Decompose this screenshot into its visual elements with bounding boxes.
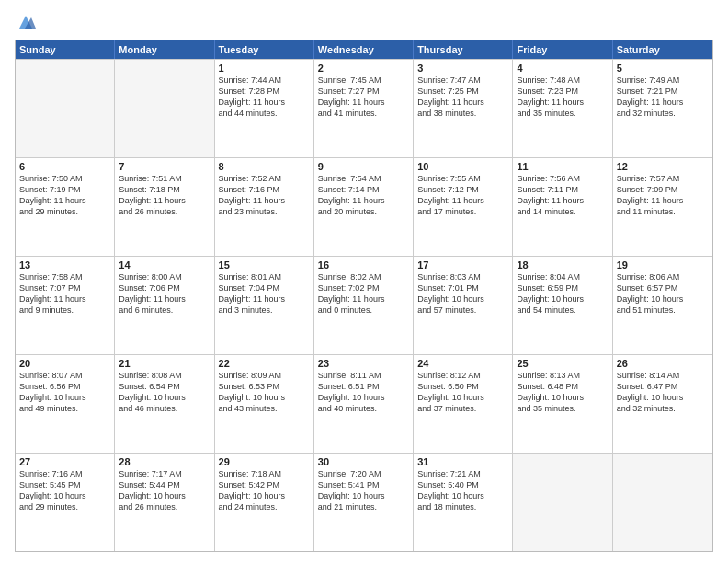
day-number: 29: [219, 456, 310, 467]
calendar-cell: 21Sunrise: 8:08 AMSunset: 6:54 PMDayligh…: [115, 355, 214, 453]
calendar-cell: 30Sunrise: 7:20 AMSunset: 5:41 PMDayligh…: [314, 454, 414, 551]
cell-info-line: Sunrise: 7:21 AM: [417, 468, 508, 479]
calendar-cell: 20Sunrise: 8:07 AMSunset: 6:56 PMDayligh…: [16, 355, 115, 453]
cell-info-line: and 46 minutes.: [119, 403, 210, 414]
cell-info-line: Sunset: 7:07 PM: [19, 282, 110, 293]
cell-info-line: Sunrise: 8:12 AM: [417, 370, 508, 381]
cell-info-line: Sunrise: 7:54 AM: [318, 173, 409, 184]
day-number: 20: [19, 358, 110, 369]
weekday-header-monday: Monday: [115, 40, 214, 59]
cell-info-line: Sunset: 6:47 PM: [617, 381, 709, 392]
cell-info-line: Daylight: 11 hours: [318, 97, 409, 108]
cell-info-line: Sunset: 7:04 PM: [219, 282, 310, 293]
calendar-cell: [115, 60, 214, 157]
day-number: 6: [19, 161, 110, 172]
calendar-cell: 25Sunrise: 8:13 AMSunset: 6:48 PMDayligh…: [513, 355, 612, 453]
cell-info-line: Sunrise: 7:58 AM: [19, 271, 110, 282]
cell-info-line: Daylight: 11 hours: [517, 97, 608, 108]
day-number: 3: [417, 63, 508, 74]
cell-info-line: Sunset: 6:59 PM: [517, 282, 608, 293]
cell-info-line: Sunset: 6:50 PM: [417, 381, 508, 392]
cell-info-line: and 23 minutes.: [219, 206, 310, 217]
calendar-cell: [513, 454, 612, 551]
cell-info-line: Daylight: 10 hours: [19, 490, 110, 501]
cell-info-line: Daylight: 11 hours: [219, 293, 310, 304]
cell-info-line: Sunset: 7:19 PM: [19, 184, 110, 195]
cell-info-line: and 54 minutes.: [517, 304, 608, 316]
calendar-cell: 13Sunrise: 7:58 AMSunset: 7:07 PMDayligh…: [16, 257, 115, 354]
cell-info-line: Daylight: 10 hours: [517, 293, 608, 304]
day-number: 9: [318, 161, 409, 172]
calendar-row-5: 27Sunrise: 7:16 AMSunset: 5:45 PMDayligh…: [16, 453, 712, 551]
cell-info-line: Sunset: 6:48 PM: [517, 381, 608, 392]
cell-info-line: Sunset: 7:12 PM: [417, 184, 508, 195]
calendar-cell: 8Sunrise: 7:52 AMSunset: 7:16 PMDaylight…: [215, 158, 314, 256]
cell-info-line: Sunset: 5:41 PM: [318, 479, 409, 490]
cell-info-line: and 40 minutes.: [318, 403, 409, 414]
cell-info-line: Daylight: 10 hours: [417, 490, 508, 501]
cell-info-line: and 6 minutes.: [119, 304, 210, 316]
calendar-cell: 5Sunrise: 7:49 AMSunset: 7:21 PMDaylight…: [613, 60, 712, 157]
day-number: 4: [517, 63, 608, 74]
cell-info-line: Sunrise: 8:04 AM: [517, 271, 608, 282]
cell-info-line: Sunset: 6:56 PM: [19, 381, 110, 392]
day-number: 16: [318, 259, 409, 270]
calendar-cell: 16Sunrise: 8:02 AMSunset: 7:02 PMDayligh…: [314, 257, 414, 354]
day-number: 21: [119, 358, 210, 369]
cell-info-line: Sunset: 6:53 PM: [219, 381, 310, 392]
day-number: 26: [617, 358, 709, 369]
calendar-header: SundayMondayTuesdayWednesdayThursdayFrid…: [16, 40, 712, 59]
calendar-cell: [613, 454, 712, 551]
calendar-cell: 4Sunrise: 7:48 AMSunset: 7:23 PMDaylight…: [513, 60, 612, 157]
cell-info-line: Daylight: 10 hours: [19, 392, 110, 403]
day-number: 2: [318, 63, 409, 74]
cell-info-line: Daylight: 11 hours: [318, 293, 409, 304]
cell-info-line: Sunrise: 7:44 AM: [219, 75, 310, 86]
calendar-cell: 15Sunrise: 8:01 AMSunset: 7:04 PMDayligh…: [215, 257, 314, 354]
cell-info-line: Daylight: 11 hours: [417, 195, 508, 206]
cell-info-line: Daylight: 11 hours: [617, 195, 709, 206]
cell-info-line: and 43 minutes.: [219, 403, 310, 414]
weekday-header-sunday: Sunday: [16, 40, 115, 59]
cell-info-line: and 29 minutes.: [19, 501, 110, 512]
cell-info-line: Sunrise: 7:48 AM: [517, 75, 608, 86]
day-number: 24: [417, 358, 508, 369]
cell-info-line: Sunrise: 8:06 AM: [617, 271, 709, 282]
cell-info-line: and 20 minutes.: [318, 206, 409, 217]
cell-info-line: Sunset: 7:27 PM: [318, 86, 409, 97]
cell-info-line: and 3 minutes.: [219, 304, 310, 316]
day-number: 27: [19, 456, 110, 467]
day-number: 23: [318, 358, 409, 369]
calendar-cell: 11Sunrise: 7:56 AMSunset: 7:11 PMDayligh…: [513, 158, 612, 256]
calendar-cell: 1Sunrise: 7:44 AMSunset: 7:28 PMDaylight…: [215, 60, 314, 157]
cell-info-line: Sunset: 7:02 PM: [318, 282, 409, 293]
cell-info-line: Sunrise: 7:47 AM: [417, 75, 508, 86]
cell-info-line: Sunset: 7:16 PM: [219, 184, 310, 195]
cell-info-line: and 32 minutes.: [617, 403, 709, 414]
cell-info-line: Sunrise: 8:03 AM: [417, 271, 508, 282]
day-number: 1: [219, 63, 310, 74]
cell-info-line: and 24 minutes.: [219, 501, 310, 512]
logo: [15, 11, 38, 32]
cell-info-line: and 0 minutes.: [318, 304, 409, 316]
day-number: 30: [318, 456, 409, 467]
cell-info-line: and 35 minutes.: [517, 403, 608, 414]
cell-info-line: and 35 minutes.: [517, 108, 608, 119]
day-number: 14: [119, 259, 210, 270]
cell-info-line: and 57 minutes.: [417, 304, 508, 316]
cell-info-line: and 26 minutes.: [119, 501, 210, 512]
cell-info-line: Sunset: 7:14 PM: [318, 184, 409, 195]
cell-info-line: and 41 minutes.: [318, 108, 409, 119]
day-number: 25: [517, 358, 608, 369]
cell-info-line: Sunrise: 7:16 AM: [19, 468, 110, 479]
cell-info-line: Sunrise: 8:07 AM: [19, 370, 110, 381]
cell-info-line: Sunset: 6:51 PM: [318, 381, 409, 392]
cell-info-line: and 29 minutes.: [19, 206, 110, 217]
cell-info-line: Sunset: 7:01 PM: [417, 282, 508, 293]
day-number: 31: [417, 456, 508, 467]
calendar-cell: 29Sunrise: 7:18 AMSunset: 5:42 PMDayligh…: [215, 454, 314, 551]
calendar-cell: 19Sunrise: 8:06 AMSunset: 6:57 PMDayligh…: [613, 257, 712, 354]
cell-info-line: Sunrise: 7:51 AM: [119, 173, 210, 184]
cell-info-line: Sunset: 6:54 PM: [119, 381, 210, 392]
cell-info-line: Sunset: 5:44 PM: [119, 479, 210, 490]
